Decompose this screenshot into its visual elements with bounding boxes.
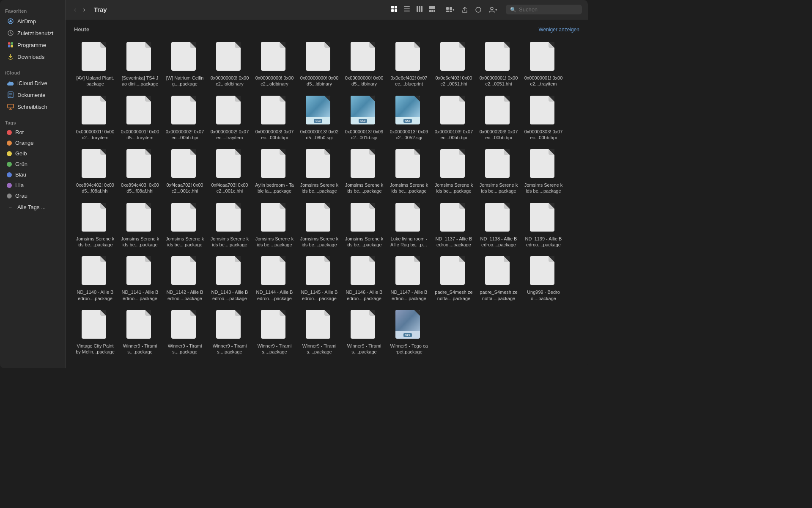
file-item[interactable]: 0xf4caa703! 0x00c2...001c.hhi [208, 146, 251, 197]
file-item[interactable]: SGI Winner9 - Togo carpet.package [388, 306, 430, 358]
file-item[interactable]: 0x00000000! 0x00d5...ldbinary [343, 39, 385, 90]
file-item[interactable]: Jomsims Serene kids be....package [208, 199, 251, 251]
file-item[interactable]: Jomsims Serene kids be....package [119, 199, 161, 251]
file-item[interactable]: 0x0e6cf402! 0x07ec....blueprint [388, 39, 430, 90]
file-item[interactable]: 0x00000000! 0x00c2...oldbinary [208, 39, 251, 90]
svg-rect-17 [419, 6, 420, 12]
file-item[interactable]: Aylin bedroom - Table la....package [253, 146, 296, 197]
file-item[interactable]: ND_1145 - Allie Bedroo....package [298, 253, 340, 304]
sidebar-item-programmes[interactable]: Programme [3, 39, 63, 50]
file-item[interactable]: Jomsims Serene kids be....package [164, 199, 206, 251]
file-item[interactable]: Winner9 - Tiramis....package [208, 306, 251, 358]
file-item[interactable]: Vintage City Paint by Melin...package [74, 306, 116, 358]
file-item[interactable]: 0x00000001! 0x00c2....trayitem [522, 39, 565, 90]
doc-file-icon [126, 149, 151, 178]
file-item[interactable]: ND_1137 - Allie Bedroo....package [433, 199, 475, 251]
file-item[interactable]: 0x00000002! 0x07ec....trayitem [208, 92, 251, 144]
column-view-button[interactable] [414, 4, 425, 15]
sidebar-item-rot[interactable]: Rot [3, 127, 63, 137]
sidebar-item-dokumente[interactable]: Dokumente [3, 89, 63, 100]
file-item[interactable]: Jomsims Serene kids be....package [298, 146, 340, 197]
file-item[interactable]: SGI 0x00000013! 0x09c2...0052.sgi [388, 92, 430, 144]
file-item[interactable]: 0x0e6cf403! 0x00c2...0051.hhi [433, 39, 475, 90]
file-item[interactable]: 0x00000001! 0x00d5....trayitem [119, 92, 161, 144]
file-icon-wrapper [306, 310, 333, 340]
file-item[interactable]: ND_1143 - Allie Bedroo....package [208, 253, 251, 304]
doc-file-icon [306, 42, 330, 71]
file-item[interactable]: Jomsims Serene kids be....package [343, 199, 385, 251]
file-item[interactable]: 0x00000000! 0x00c2...oldbinary [253, 39, 296, 90]
doc-file-icon [395, 42, 420, 71]
file-item[interactable]: ND_1146 - Allie Bedroo....package [343, 253, 385, 304]
svg-rect-9 [391, 6, 394, 8]
file-item[interactable]: Luke living room - Allie Rug by....packa… [388, 199, 430, 251]
file-item[interactable]: 0xe894c402! 0x00d5...f08af.hhi [74, 146, 116, 197]
profile-button[interactable]: ▾ [486, 5, 500, 15]
file-item[interactable]: ND_1147 - Allie Bedroo....package [388, 253, 430, 304]
sidebar-item-recent[interactable]: Zuletzt benutzt [3, 28, 63, 39]
file-item[interactable]: Jomsims Serene kids be....package [343, 146, 385, 197]
doc-file-icon [261, 149, 285, 178]
weniger-anzeigen-button[interactable]: Weniger anzeigen [538, 27, 579, 33]
file-item[interactable]: 0x00000103! 0x07ec...00bb.bpi [433, 92, 475, 144]
file-item[interactable]: ND_1141 - Allie Bedroo....package [119, 253, 161, 304]
file-item[interactable]: [W] Natrium Ceiling....package [164, 39, 206, 90]
sidebar-item-grau[interactable]: Grau [3, 191, 63, 201]
file-item[interactable]: ND_1139 - Allie Bedroo....package [522, 199, 565, 251]
sidebar-item-airdrop[interactable]: AirDrop [3, 16, 63, 27]
doc-file-icon [126, 42, 151, 71]
file-item[interactable]: padre_S4mesh zenotta....package [477, 253, 520, 304]
file-item[interactable]: ND_1142 - Allie Bedroo....package [164, 253, 206, 304]
icon-view-button[interactable] [388, 4, 400, 15]
file-item[interactable]: Jomsims Serene kids be....package [253, 199, 296, 251]
list-view-button[interactable] [401, 4, 413, 15]
file-item[interactable]: 0x00000003! 0x07ec...00bb.bpi [253, 92, 296, 144]
search-box[interactable]: 🔍 [506, 5, 582, 14]
sidebar-item-gelb[interactable]: Gelb [3, 149, 63, 158]
file-item[interactable]: Winner9 - Tiramis....package [119, 306, 161, 358]
file-item[interactable]: ND_1138 - Allie Bedroo....package [477, 199, 520, 251]
forward-button[interactable]: › [80, 4, 88, 15]
tag-button[interactable] [472, 5, 484, 15]
file-item[interactable]: Winner9 - Tiramis....package [164, 306, 206, 358]
file-item[interactable]: Jomsims Serene kids be....package [388, 146, 430, 197]
share-button[interactable] [459, 5, 471, 15]
sidebar-item-gruen[interactable]: Grün [3, 159, 63, 169]
file-item[interactable]: 0xf4caa702! 0x00c2...001c.hhi [164, 146, 206, 197]
file-item[interactable]: 0x00000002! 0x07ec...00bb.bpi [164, 92, 206, 144]
file-item[interactable]: padre_S4mesh zenotta....package [433, 253, 475, 304]
sidebar-item-icloud-drive[interactable]: iCloud Drive [3, 77, 63, 88]
file-item[interactable]: Winner9 - Tiramis....package [298, 306, 340, 358]
file-item[interactable]: Jomsims Serene kids be....package [477, 146, 520, 197]
schreibtisch-icon [7, 103, 14, 110]
file-item[interactable]: Winner9 - Tiramis....package [253, 306, 296, 358]
sidebar-item-lila[interactable]: Lila [3, 180, 63, 190]
file-item[interactable]: Jomsims Serene kids be....package [433, 146, 475, 197]
file-item[interactable]: Winner9 - Tiramis....package [343, 306, 385, 358]
file-item[interactable]: Jomsims Serene kids be....package [74, 199, 116, 251]
file-item[interactable]: 0x00000303! 0x07ec...00bb.bpi [522, 92, 565, 144]
file-item[interactable]: SGI 0x00000013! 0x09c2...001d.sgi [343, 92, 385, 144]
group-button[interactable]: ▾ [443, 5, 457, 15]
file-item[interactable]: Jomsims Serene kids be....package [298, 199, 340, 251]
sidebar-item-schreibtisch[interactable]: Schreibtisch [3, 101, 63, 112]
file-item[interactable]: Ung999 - Bedroo....package [522, 253, 565, 304]
file-item[interactable]: 0x00000000! 0x00d5...ldbinary [298, 39, 340, 90]
sidebar-item-alle-tags[interactable]: ··· Alle Tags ... [3, 202, 63, 213]
file-item[interactable]: 0x00000001! 0x00c2....trayitem [74, 92, 116, 144]
back-button[interactable]: ‹ [71, 4, 79, 15]
sidebar-item-downloads[interactable]: Downloads [3, 51, 63, 62]
gallery-view-button[interactable] [426, 4, 438, 15]
file-item[interactable]: Jomsims Serene kids be....package [522, 146, 565, 197]
file-item[interactable]: 0xe894c403! 0x00d5...f08af.hhi [119, 146, 161, 197]
file-item[interactable]: ND_1144 - Allie Bedroo....package [253, 253, 296, 304]
file-item[interactable]: SGI 0x00000013! 0x02d5...08b0.sgi [298, 92, 340, 144]
search-input[interactable] [519, 6, 578, 13]
file-item[interactable]: [AV] Upland Plant.package [74, 39, 116, 90]
sidebar-item-blau[interactable]: Blau [3, 170, 63, 179]
file-item[interactable]: 0x00000203! 0x07ec...00bb.bpi [477, 92, 520, 144]
file-item[interactable]: [Severinka] TS4 Jao dini....package [119, 39, 161, 90]
file-item[interactable]: ND_1140 - Allie Bedroo....package [74, 253, 116, 304]
sidebar-item-orange[interactable]: Orange [3, 138, 63, 148]
file-item[interactable]: 0x00000001! 0x00c2...0051.hhi [477, 39, 520, 90]
